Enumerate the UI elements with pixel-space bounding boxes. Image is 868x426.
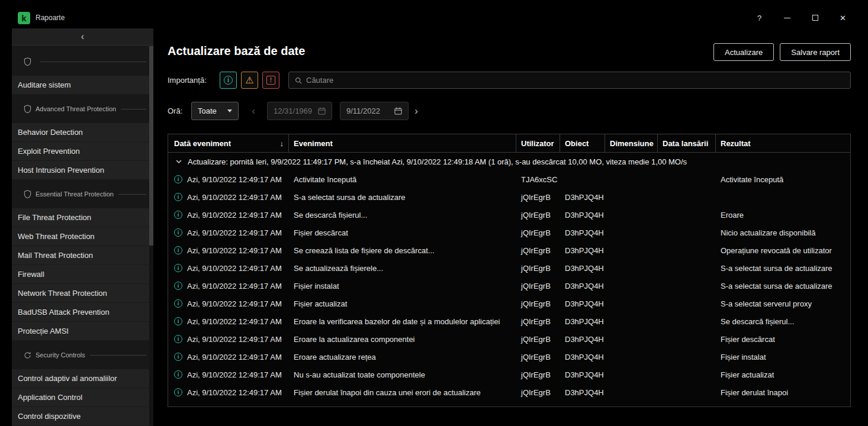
event-row[interactable]: iAzi, 9/10/2022 12:49:17 AMActivitate în… [168,170,850,188]
time-range-value: Toate [198,106,217,115]
event-event-cell: Fișier instalat [289,277,516,295]
event-user-cell: jQIrEgrB [516,348,560,366]
sidebar-collapse-button[interactable]: ‹ [12,28,153,46]
event-date-cell: iAzi, 9/10/2022 12:49:17 AM [168,206,289,224]
sidebar-item-badusb-attack-prevention[interactable]: BadUSB Attack Prevention [12,303,153,322]
event-result-cell: Operațiune revocată de utilizator [716,241,850,259]
sidebar-item-file-threat-protection[interactable]: File Threat Protection [12,208,153,227]
sidebar-item-mail-threat-protection[interactable]: Mail Threat Protection [12,246,153,265]
event-row[interactable]: iAzi, 9/10/2022 12:49:17 AMFișier instal… [168,277,850,295]
help-button[interactable]: ? [745,7,773,28]
event-launch-date-cell [658,224,716,241]
event-row[interactable]: iAzi, 9/10/2022 12:49:17 AMSe actualizea… [168,259,850,277]
event-size-cell [605,241,658,259]
event-size-cell [605,188,658,206]
minimize-icon [784,18,790,18]
info-icon: i [174,175,182,183]
column-header-eveniment[interactable]: Eveniment [289,134,516,152]
info-icon: i [174,246,182,254]
sidebar-item-firewall[interactable]: Firewall [12,265,153,284]
event-date-cell: iAzi, 9/10/2022 12:49:17 AM [168,224,289,241]
sidebar-section-essential-threat-protection: Essential Threat Protection [12,180,153,208]
event-launch-date-cell [658,366,716,383]
event-date-cell: iAzi, 9/10/2022 12:49:17 AM [168,188,289,206]
sidebar-item-control-dispozitive[interactable]: Control dispozitive [12,407,153,426]
event-launch-date-cell [658,383,716,401]
info-icon: i [174,317,182,325]
sidebar-item-protec-ie-amsi[interactable]: Protecție AMSI [12,322,153,341]
sidebar-section-label: Security Controls [36,351,85,359]
event-row[interactable]: iAzi, 9/10/2022 12:49:17 AMEroare la act… [168,330,850,348]
chevron-down-icon[interactable] [176,160,182,163]
event-row[interactable]: iAzi, 9/10/2022 12:49:17 AMSe creează li… [168,241,850,259]
event-event-cell: Eroare la verificarea bazelor de date și… [289,312,516,330]
event-row[interactable]: iAzi, 9/10/2022 12:49:17 AMFișier descăr… [168,224,850,241]
event-row[interactable]: iAzi, 9/10/2022 12:49:17 AMSe descarcă f… [168,206,850,224]
column-header-dimensiune[interactable]: Dimensiune [605,134,658,152]
column-header-obiect[interactable]: Obiect [560,134,605,152]
sidebar-item-behavior-detection[interactable]: Behavior Detection [12,123,153,142]
event-row[interactable]: iAzi, 9/10/2022 12:49:17 AMFișier derula… [168,383,850,401]
sidebar-item-host-intrusion-prevention[interactable]: Host Intrusion Prevention [12,161,153,180]
save-report-button[interactable]: Salvare raport [780,43,851,61]
event-size-cell [605,330,658,348]
event-object-cell: D3hPJQ4H [560,366,605,383]
event-row[interactable]: iAzi, 9/10/2022 12:49:17 AMFișier actual… [168,295,850,312]
event-result-cell: Fișier descărcat [716,330,850,348]
sidebar-scrollbar[interactable] [149,46,153,426]
event-row[interactable]: iAzi, 9/10/2022 12:49:17 AMNu s-au actua… [168,366,850,383]
event-result-cell [716,188,850,206]
column-header-rezultat[interactable]: Rezultat [716,134,850,152]
update-button[interactable]: Actualizare [713,43,774,61]
event-date-cell: iAzi, 9/10/2022 12:49:17 AM [168,277,289,295]
sidebar-scrollbar-thumb[interactable] [149,46,153,246]
importance-label: Importanță: [168,76,220,85]
column-header-dat-eveniment[interactable]: Dată eveniment↓ [168,134,289,152]
date-from-value: 12/31/1969 [274,106,312,115]
column-header-data-lans-rii[interactable]: Data lansării [658,134,716,152]
date-from-field[interactable]: 12/31/1969 [267,102,332,120]
minimize-button[interactable] [773,7,801,28]
importance-info-button[interactable]: i [220,72,237,89]
event-launch-date-cell [658,348,716,366]
column-header-utilizator[interactable]: Utilizator [516,134,560,152]
refresh-icon [24,351,31,359]
event-object-cell: D3hPJQ4H [560,277,605,295]
titlebar: k Rapoarte ? ✕ [12,7,857,28]
event-row[interactable]: iAzi, 9/10/2022 12:49:17 AMEroare la ver… [168,312,850,330]
event-size-cell [605,295,658,312]
event-result-cell: Eroare [716,206,850,224]
event-row[interactable]: iAzi, 9/10/2022 12:49:17 AMEroare actual… [168,348,850,366]
calendar-icon[interactable] [318,107,326,115]
sidebar-item-control-adaptiv-al-anomaliilor[interactable]: Control adaptiv al anomaliilor [12,369,153,388]
calendar-icon[interactable] [394,107,402,115]
event-size-cell [605,206,658,224]
update-group-row[interactable]: Actualizare: pornită Ieri, 9/9/2022 11:4… [168,153,850,170]
next-period-button[interactable]: › [409,105,424,117]
sort-descending-icon[interactable]: ↓ [280,139,284,148]
event-user-cell: jQIrEgrB [516,312,560,330]
event-event-cell: Nu s-au actualizat toate componentele [289,366,516,383]
event-row[interactable]: iAzi, 9/10/2022 12:49:17 AMS-a selectat … [168,188,850,206]
time-range-select[interactable]: Toate [191,102,239,120]
section-divider-line [90,355,146,356]
event-date-cell: iAzi, 9/10/2022 12:49:17 AM [168,366,289,383]
sidebar-item-network-threat-protection[interactable]: Network Threat Protection [12,284,153,303]
event-launch-date-cell [658,330,716,348]
close-button[interactable]: ✕ [829,7,857,28]
event-event-cell: Activitate începută [289,170,516,188]
event-date-cell: iAzi, 9/10/2022 12:49:17 AM [168,312,289,330]
event-object-cell: D3hPJQ4H [560,383,605,401]
sidebar-item-application-control[interactable]: Application Control [12,388,153,407]
sidebar-item-auditare-sistem[interactable]: Auditare sistem [12,76,153,95]
sidebar-item-web-threat-protection[interactable]: Web Threat Protection [12,227,153,246]
sidebar-item-exploit-prevention[interactable]: Exploit Prevention [12,142,153,161]
maximize-button[interactable] [801,7,829,28]
event-event-cell: Se creează lista de fișiere de descărcat… [289,241,516,259]
date-to-field[interactable]: 9/11/2022 [340,102,409,120]
importance-critical-button[interactable]: ! [262,72,279,89]
search-box[interactable] [288,72,851,89]
search-input[interactable] [306,76,844,85]
importance-warning-button[interactable]: ⚠ [241,72,258,89]
previous-period-button[interactable]: ‹ [246,105,261,117]
